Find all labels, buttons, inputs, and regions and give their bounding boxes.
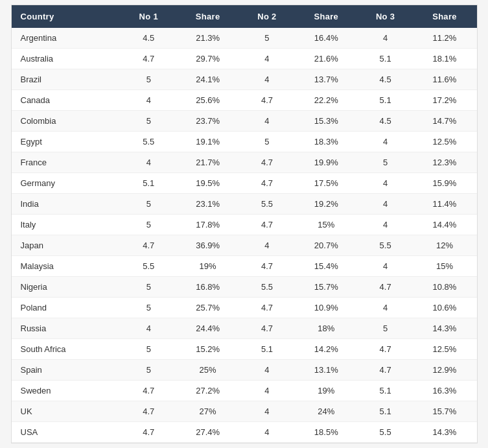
data-cell: 5 bbox=[358, 152, 413, 173]
data-cell: 12% bbox=[412, 235, 476, 256]
data-cell: 4.5 bbox=[358, 111, 413, 132]
data-cell: 5.1 bbox=[358, 401, 413, 422]
data-cell: 4 bbox=[358, 298, 413, 318]
data-cell: 4.7 bbox=[358, 339, 413, 360]
table-row: USA4.727.4%418.5%5.514.3% bbox=[12, 422, 477, 443]
data-cell: 5.5 bbox=[358, 235, 413, 256]
country-cell: Argentina bbox=[12, 28, 122, 49]
data-cell: 14.3% bbox=[412, 318, 476, 339]
data-cell: 4.7 bbox=[121, 381, 176, 401]
data-cell: 4 bbox=[121, 152, 176, 173]
data-cell: 23.1% bbox=[176, 194, 240, 215]
table-row: Russia424.4%4.718%514.3% bbox=[12, 318, 477, 339]
data-cell: 19% bbox=[294, 381, 358, 401]
data-cell: 11.2% bbox=[412, 28, 476, 49]
data-cell: 15% bbox=[294, 215, 358, 235]
table-row: Malaysia5.519%4.715.4%415% bbox=[12, 256, 477, 277]
data-cell: 19.5% bbox=[176, 173, 240, 194]
data-cell: 27.4% bbox=[176, 422, 240, 443]
column-header-share: Share bbox=[412, 5, 476, 28]
country-cell: France bbox=[12, 152, 122, 173]
data-cell: 16.4% bbox=[294, 28, 358, 49]
data-cell: 4.7 bbox=[121, 235, 176, 256]
data-cell: 4 bbox=[358, 173, 413, 194]
column-header-share: Share bbox=[294, 5, 358, 28]
data-cell: 4.7 bbox=[121, 401, 176, 422]
data-cell: 5.5 bbox=[358, 422, 413, 443]
data-cell: 15.7% bbox=[294, 277, 358, 298]
data-cell: 5 bbox=[240, 28, 294, 49]
data-cell: 14.3% bbox=[412, 422, 476, 443]
data-cell: 15% bbox=[412, 256, 476, 277]
data-cell: 5.1 bbox=[358, 49, 413, 69]
data-cell: 4 bbox=[240, 235, 294, 256]
data-cell: 5 bbox=[121, 298, 176, 318]
data-cell: 29.7% bbox=[176, 49, 240, 69]
data-cell: 4 bbox=[121, 318, 176, 339]
data-cell: 5.5 bbox=[121, 256, 176, 277]
country-cell: Malaysia bbox=[12, 256, 122, 277]
data-cell: 5.1 bbox=[240, 339, 294, 360]
data-cell: 18% bbox=[294, 318, 358, 339]
table-row: South Africa515.2%5.114.2%4.712.5% bbox=[12, 339, 477, 360]
country-cell: India bbox=[12, 194, 122, 215]
data-cell: 11.6% bbox=[412, 69, 476, 90]
data-cell: 13.7% bbox=[294, 69, 358, 90]
data-cell: 4 bbox=[358, 256, 413, 277]
country-cell: South Africa bbox=[12, 339, 122, 360]
data-cell: 19.2% bbox=[294, 194, 358, 215]
data-cell: 4 bbox=[240, 360, 294, 381]
data-cell: 10.8% bbox=[412, 277, 476, 298]
data-cell: 27.2% bbox=[176, 381, 240, 401]
data-cell: 19% bbox=[176, 256, 240, 277]
data-cell: 16.3% bbox=[412, 381, 476, 401]
table-row: Nigeria516.8%5.515.7%4.710.8% bbox=[12, 277, 477, 298]
data-cell: 15.9% bbox=[412, 173, 476, 194]
table-row: France421.7%4.719.9%512.3% bbox=[12, 152, 477, 173]
country-cell: Egypt bbox=[12, 132, 122, 152]
column-header-no-1: No 1 bbox=[121, 5, 176, 28]
data-cell: 5 bbox=[240, 132, 294, 152]
data-cell: 4 bbox=[358, 132, 413, 152]
data-cell: 18.5% bbox=[294, 422, 358, 443]
data-cell: 4 bbox=[240, 69, 294, 90]
data-cell: 24.4% bbox=[176, 318, 240, 339]
data-cell: 4.7 bbox=[240, 256, 294, 277]
table-row: Germany5.119.5%4.717.5%415.9% bbox=[12, 173, 477, 194]
data-cell: 4.5 bbox=[358, 69, 413, 90]
table-body: Argentina4.521.3%516.4%411.2%Australia4.… bbox=[12, 28, 477, 443]
data-cell: 14.7% bbox=[412, 111, 476, 132]
data-cell: 5.5 bbox=[240, 194, 294, 215]
data-cell: 16.8% bbox=[176, 277, 240, 298]
data-table: CountryNo 1ShareNo 2ShareNo 3Share Argen… bbox=[11, 5, 478, 443]
data-cell: 5.1 bbox=[121, 173, 176, 194]
data-cell: 10.6% bbox=[412, 298, 476, 318]
table-row: Argentina4.521.3%516.4%411.2% bbox=[12, 28, 477, 49]
data-cell: 4 bbox=[240, 111, 294, 132]
data-cell: 4.7 bbox=[358, 277, 413, 298]
data-cell: 24.1% bbox=[176, 69, 240, 90]
data-cell: 21.7% bbox=[176, 152, 240, 173]
country-cell: Colombia bbox=[12, 111, 122, 132]
data-cell: 27% bbox=[176, 401, 240, 422]
data-cell: 4.7 bbox=[240, 152, 294, 173]
data-cell: 19.1% bbox=[176, 132, 240, 152]
data-cell: 4.7 bbox=[121, 49, 176, 69]
data-cell: 4.7 bbox=[121, 422, 176, 443]
country-cell: Nigeria bbox=[12, 277, 122, 298]
data-cell: 4.7 bbox=[240, 90, 294, 111]
data-cell: 22.2% bbox=[294, 90, 358, 111]
country-cell: Australia bbox=[12, 49, 122, 69]
data-cell: 12.5% bbox=[412, 132, 476, 152]
data-cell: 5 bbox=[121, 111, 176, 132]
data-cell: 18.3% bbox=[294, 132, 358, 152]
table-row: Brazil524.1%413.7%4.511.6% bbox=[12, 69, 477, 90]
country-cell: Poland bbox=[12, 298, 122, 318]
data-cell: 15.2% bbox=[176, 339, 240, 360]
country-cell: Spain bbox=[12, 360, 122, 381]
data-cell: 17.2% bbox=[412, 90, 476, 111]
column-header-no-3: No 3 bbox=[358, 5, 413, 28]
table-row: India523.1%5.519.2%411.4% bbox=[12, 194, 477, 215]
data-cell: 5 bbox=[121, 215, 176, 235]
data-cell: 5 bbox=[121, 277, 176, 298]
